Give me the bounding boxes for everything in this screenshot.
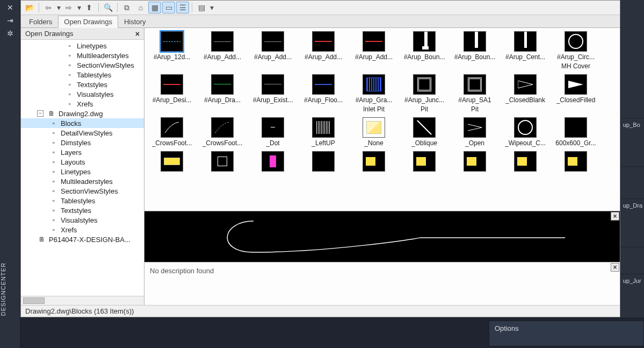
open-folder-icon[interactable]: 📂 (23, 2, 36, 13)
block-thumbnail[interactable]: 600x600_Gr... (554, 117, 598, 147)
collapse-icon[interactable]: ⇥ (7, 16, 13, 25)
back-icon[interactable]: ⇦ (42, 2, 55, 13)
block-thumbnail[interactable]: #Arup_Add... (301, 31, 345, 70)
block-thumbnail[interactable]: #Arup_Boun... (402, 31, 446, 70)
tree-item[interactable]: 🗎P614047-X-DESIGN-BA... (21, 235, 144, 244)
block-thumbnail[interactable]: #Arup_Add... (251, 31, 295, 70)
block-thumbnail[interactable]: _ClosedBlank (503, 74, 547, 113)
block-thumbnail[interactable]: _Oblique (402, 117, 446, 147)
thumbnail-image (464, 151, 486, 172)
tree-node-icon: 🗎 (47, 109, 56, 118)
thumbnail-image (161, 31, 183, 52)
close-icon[interactable]: ✕ (7, 3, 13, 12)
tree-node-icon: ▫ (49, 196, 59, 205)
tree-item[interactable]: ▫SectionViewStyles (21, 186, 144, 196)
tree-item[interactable]: ▫Visualstyles (21, 215, 144, 225)
preview-toggle-icon[interactable]: ▭ (162, 2, 175, 13)
thumbnail-image (161, 117, 183, 138)
block-thumbnail[interactable]: #Arup_Cent... (503, 31, 547, 70)
tree-item[interactable]: ▫Textstyles (21, 80, 144, 89)
tree-close-icon[interactable]: × (133, 30, 142, 38)
block-thumbnail[interactable] (503, 151, 547, 172)
back-dropdown-icon[interactable]: ▾ (56, 2, 61, 13)
tree-hscroll[interactable] (21, 296, 144, 305)
forward-icon[interactable]: ⇨ (62, 2, 75, 13)
block-thumbnail[interactable]: _CrowsFoot... (200, 117, 244, 147)
tab-history[interactable]: History (118, 16, 151, 27)
block-thumbnail[interactable]: #Arup_Gra...Inlet Pit (352, 74, 396, 113)
thumbnail-image (211, 31, 234, 52)
block-thumbnail[interactable] (150, 151, 194, 172)
block-thumbnail[interactable]: #Arup_Exist... (251, 74, 295, 113)
description-close-icon[interactable]: × (611, 263, 619, 272)
favorites-icon[interactable]: ⧉ (120, 2, 133, 13)
block-thumbnail[interactable]: _ClosedFilled (554, 74, 598, 113)
tree-item[interactable]: ▫Linetypes (21, 167, 144, 176)
tree-item[interactable]: ▫Blocks (21, 118, 144, 128)
tree-item[interactable]: ▫Layouts (21, 157, 144, 167)
block-thumbnail[interactable]: _Dot (251, 117, 295, 147)
block-thumbnail[interactable] (301, 151, 345, 172)
tab-folders[interactable]: Folders (23, 16, 58, 27)
block-thumbnail[interactable]: _Wipeout_C... (503, 117, 547, 147)
block-thumbnail[interactable]: #Arup_Add... (200, 31, 244, 70)
panel-title-vertical: DESIGNCENTER (0, 262, 20, 316)
block-thumbnail[interactable] (352, 151, 396, 172)
thumbnail-image (413, 31, 436, 52)
block-thumbnail[interactable]: _None (352, 117, 396, 147)
thumbnail-image (262, 151, 284, 172)
tree-item[interactable]: ▫Tablestyles (21, 70, 144, 80)
home-icon[interactable]: ⌂ (134, 2, 147, 13)
tree-item[interactable]: ▫Tablestyles (21, 196, 144, 205)
thumbnail-label: #Arup_Desi... (153, 97, 192, 104)
tree-item[interactable]: ▫Textstyles (21, 205, 144, 215)
thumbnail-label: #Arup_Add... (254, 54, 292, 61)
tree-item[interactable]: ▫Xrefs (21, 99, 144, 109)
description-toggle-icon[interactable]: ☰ (176, 2, 189, 13)
block-thumbnail[interactable]: _CrowsFoot... (150, 117, 194, 147)
block-thumbnail[interactable]: #Arup_Desi... (150, 74, 194, 113)
view-dropdown-icon[interactable]: ▾ (209, 2, 214, 13)
forward-dropdown-icon[interactable]: ▾ (76, 2, 82, 13)
tree-item[interactable]: ▫Visualstyles (21, 89, 144, 99)
block-thumbnail[interactable]: _LeftUP (301, 117, 345, 147)
block-thumbnail[interactable] (200, 151, 244, 172)
tree-item[interactable]: ▫Linetypes (21, 41, 144, 51)
block-thumbnail[interactable]: #Arup_Floo... (301, 74, 345, 113)
gear-icon[interactable]: ✲ (7, 29, 13, 38)
preview-panel: × (144, 211, 620, 262)
tab-open-drawings[interactable]: Open Drawings (58, 16, 118, 28)
block-thumbnail[interactable] (453, 151, 497, 172)
tree-item[interactable]: ▫DetailViewStyles (21, 128, 144, 138)
block-thumbnail[interactable] (554, 151, 598, 172)
tree-item-label: Xrefs (61, 226, 77, 234)
tree-scroll[interactable]: ▫Linetypes▫Multileaderstyles▫SectionView… (21, 40, 144, 296)
block-thumbnail[interactable] (251, 151, 295, 172)
tree-item[interactable]: ▫Layers (21, 147, 144, 157)
separator (39, 3, 39, 12)
tree-item[interactable]: ▫SectionViewStyles (21, 60, 144, 70)
block-thumbnail[interactable]: _Open (453, 117, 497, 147)
block-thumbnail[interactable]: #Arup_12d... (150, 31, 194, 70)
block-thumbnail[interactable] (402, 151, 446, 172)
tree-item[interactable]: −🗎Drawing2.dwg (21, 109, 144, 118)
expand-toggle-icon[interactable]: − (37, 110, 44, 117)
block-thumbnail[interactable]: #Arup_Junc...Pit (402, 74, 446, 113)
grid-scroll[interactable]: #Arup_12d...#Arup_Add...#Arup_Add...#Aru… (144, 28, 620, 211)
search-icon[interactable]: 🔍 (102, 2, 114, 13)
block-thumbnail[interactable]: #Arup_Dra... (200, 74, 244, 113)
block-thumbnail[interactable]: #Arup_Circ...MH Cover (554, 31, 598, 70)
block-thumbnail[interactable]: #Arup_SA1Pit (453, 74, 497, 113)
preview-close-icon[interactable]: × (611, 212, 619, 221)
block-thumbnail[interactable]: #Arup_Add... (352, 31, 396, 70)
tree-item[interactable]: ▫Multileaderstyles (21, 176, 144, 186)
tree-item[interactable]: ▫Dimstyles (21, 138, 144, 147)
tree-item-label: Multileaderstyles (61, 177, 113, 186)
tree-item[interactable]: ▫Multileaderstyles (21, 51, 144, 60)
tree-item[interactable]: ▫Xrefs (21, 225, 144, 235)
view-icon[interactable]: ▤ (195, 2, 208, 13)
tree-toggle-icon[interactable]: ▦ (148, 2, 161, 13)
thumbnail-image (413, 117, 436, 138)
block-thumbnail[interactable]: #Arup_Boun... (453, 31, 497, 70)
up-icon[interactable]: ⬆ (83, 2, 96, 13)
